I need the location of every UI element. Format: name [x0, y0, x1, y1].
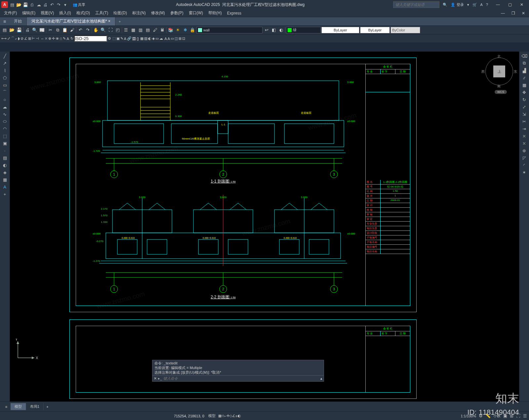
join-icon[interactable]: ⊕: [519, 147, 529, 154]
ellipse-arc-icon[interactable]: ◠: [0, 125, 10, 132]
doc-close-icon[interactable]: ✕: [519, 10, 528, 16]
plot-icon[interactable]: 🖨: [42, 2, 48, 8]
dim-break-icon[interactable]: ⤫: [45, 36, 48, 41]
insert-icon[interactable]: ⬚: [0, 132, 10, 140]
break-icon[interactable]: ⤬: [519, 140, 529, 147]
dim-baseline-icon[interactable]: ⊢: [32, 36, 35, 41]
zoom-ext-icon[interactable]: ⛶: [107, 27, 114, 33]
layout-icon[interactable]: ▭: [171, 36, 174, 41]
tp-icon[interactable]: ▥: [137, 27, 144, 33]
maximize-button[interactable]: ▢: [504, 0, 516, 9]
command-close-icon[interactable]: ✕: [154, 376, 157, 381]
dim-style-icon[interactable]: ⚙: [108, 36, 111, 41]
text-icon[interactable]: A: [164, 37, 167, 41]
dim-radius-icon[interactable]: ◗: [18, 36, 20, 41]
edit-block-icon[interactable]: ✎: [120, 36, 123, 41]
match-icon[interactable]: 🖌: [69, 27, 75, 33]
attr-icon[interactable]: A: [124, 37, 126, 41]
dim-quick-icon[interactable]: ⊞: [28, 36, 31, 41]
field-icon[interactable]: {}: [137, 37, 139, 41]
viewcube-face[interactable]: 上: [493, 65, 505, 77]
array-icon[interactable]: ▦: [519, 81, 529, 89]
tab-start[interactable]: 开始: [9, 17, 27, 25]
filetabs-menu-icon[interactable]: ≡: [0, 19, 9, 24]
scale-icon[interactable]: ⤢: [519, 103, 529, 110]
layer-freeze-icon[interactable]: ❄: [182, 27, 188, 33]
help-icon[interactable]: ?: [486, 3, 488, 7]
menu-express[interactable]: Express: [224, 10, 244, 16]
dim-linear-icon[interactable]: ⟷: [1, 36, 7, 41]
tab-model[interactable]: 模型: [11, 403, 26, 410]
new-icon[interactable]: ▤: [1, 27, 8, 33]
dim-ordinate-icon[interactable]: ⌐: [15, 37, 17, 41]
markup-icon[interactable]: 🖊: [152, 27, 158, 33]
move-icon[interactable]: ✥: [519, 89, 529, 96]
app-logo[interactable]: A: [1, 1, 8, 8]
make-block-icon[interactable]: ▣: [0, 140, 10, 147]
menu-insert[interactable]: 插入(I): [57, 10, 73, 17]
color-dropdown[interactable]: 绿: [286, 27, 321, 33]
polygon-icon[interactable]: ⬠: [0, 74, 10, 81]
copy-icon[interactable]: ⧉: [54, 27, 61, 33]
cloud-icon[interactable]: ▾: [467, 3, 469, 7]
menu-modify[interactable]: 修改(M): [148, 10, 168, 17]
search-icon[interactable]: 🔍: [443, 3, 447, 7]
menu-edit[interactable]: 编辑(E): [20, 10, 38, 17]
web-open-icon[interactable]: ☁: [36, 2, 42, 8]
menu-view[interactable]: 视图(V): [38, 10, 57, 17]
paste-icon[interactable]: 📋: [61, 27, 68, 33]
login-button[interactable]: 👤 登录: [451, 2, 464, 7]
status-model-button[interactable]: 模型: [208, 413, 216, 418]
menu-parametric[interactable]: 参数(P): [168, 10, 186, 17]
fillet-icon[interactable]: ◜: [519, 161, 529, 169]
dim-space-icon[interactable]: ↔: [40, 37, 44, 41]
pline-icon[interactable]: ⌇: [0, 67, 10, 74]
mtext2-icon[interactable]: A: [0, 183, 10, 190]
save-icon[interactable]: 💾: [16, 27, 22, 33]
otrack-toggle-icon[interactable]: ∠: [232, 414, 235, 418]
publish-icon[interactable]: 📰: [39, 27, 45, 33]
ssm-icon[interactable]: ▤: [144, 27, 151, 33]
layer-manager-icon[interactable]: 📚: [167, 27, 174, 33]
status-custom-icon[interactable]: ☰: [523, 413, 527, 418]
layer-prev-icon[interactable]: ↩: [263, 27, 270, 33]
table-icon[interactable]: ▦: [140, 36, 143, 41]
vports-icon[interactable]: ⊞: [179, 36, 182, 41]
layer-iso-icon[interactable]: ◧: [270, 27, 277, 33]
zoom-icon[interactable]: 🔍: [100, 27, 106, 33]
image-icon[interactable]: 🖼: [132, 37, 136, 41]
status-coords[interactable]: 715254, 218613, 0: [174, 414, 204, 418]
saveas-icon[interactable]: ⎙: [29, 2, 35, 8]
dc-icon[interactable]: ▦: [130, 27, 137, 33]
doc-restore-icon[interactable]: ❐: [509, 10, 518, 16]
tab-document[interactable]: 河北某污水处理厂工程V型过滤水池结构图* ×: [27, 17, 115, 25]
grid-toggle-icon[interactable]: ▦: [218, 414, 222, 418]
region2-icon[interactable]: ◈: [0, 169, 10, 176]
lineweight-dropdown[interactable]: [360, 27, 390, 33]
open-icon[interactable]: 📂: [9, 27, 15, 33]
layer-dropdown[interactable]: wall: [196, 27, 263, 33]
qat-more-icon[interactable]: ▾: [62, 2, 68, 8]
region-icon[interactable]: ◈: [152, 36, 155, 41]
spline-icon[interactable]: ∿: [0, 110, 10, 118]
command-input[interactable]: [163, 376, 319, 381]
layout-new-button[interactable]: +: [44, 404, 51, 410]
zoom-win-icon[interactable]: ◰: [114, 27, 121, 33]
print-icon[interactable]: 🖨: [24, 27, 31, 33]
drawing-canvas[interactable]: www.znzmo.com www.znzmo.com www.znzmo.co…: [10, 52, 519, 401]
tolerance-icon[interactable]: ⊕: [48, 36, 51, 41]
snap-toggle-icon[interactable]: ⊹: [222, 414, 224, 418]
point-icon[interactable]: ·: [0, 147, 10, 154]
mtext-icon[interactable]: A: [168, 37, 170, 41]
tab-new-button[interactable]: +: [115, 18, 124, 25]
explode-icon[interactable]: ✶: [519, 169, 529, 176]
layer-states-icon[interactable]: ☀: [175, 27, 181, 33]
trim-icon[interactable]: ✂: [519, 118, 529, 125]
redo-icon[interactable]: ↷: [56, 2, 61, 8]
revcloud-icon[interactable]: ☁: [159, 36, 163, 41]
doc-minimize-icon[interactable]: —: [498, 10, 508, 16]
dim-aligned-icon[interactable]: ⤢: [7, 36, 10, 41]
dim-continue-icon[interactable]: ⊣: [36, 36, 39, 41]
app-menu-icon[interactable]: 🛒: [472, 3, 477, 7]
menu-draw[interactable]: 绘图(D): [111, 10, 130, 17]
